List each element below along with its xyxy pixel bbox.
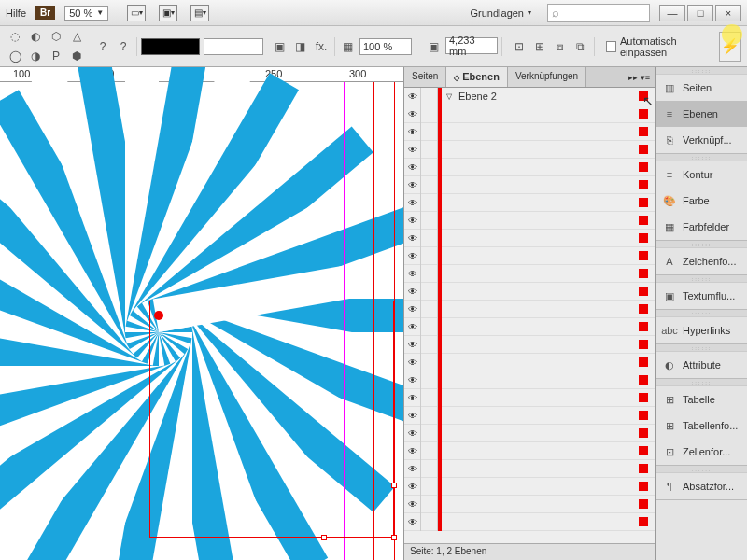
lock-cell[interactable] <box>421 247 438 265</box>
layer-row[interactable]: 👁 <box>404 478 655 496</box>
grid-icon[interactable]: ▦ <box>339 37 358 56</box>
color-swatch[interactable] <box>639 499 648 509</box>
tool-icon[interactable]: ⊡ <box>510 37 529 56</box>
layer-list[interactable]: 👁▽Ebene 2👁👁👁👁👁👁👁👁👁👁👁👁👁👁👁👁👁👁👁👁👁👁👁👁 <box>404 88 655 543</box>
tool-icon[interactable]: ◯ <box>6 47 24 65</box>
layer-row[interactable]: 👁 <box>404 371 655 389</box>
layer-row[interactable]: 👁 <box>404 176 655 194</box>
lock-cell[interactable] <box>421 389 438 407</box>
lock-cell[interactable] <box>421 513 438 531</box>
layer-row[interactable]: 👁 <box>404 141 655 159</box>
visibility-icon[interactable]: 👁 <box>404 442 421 460</box>
lock-cell[interactable] <box>421 354 438 371</box>
help-icon[interactable]: ? <box>93 37 112 56</box>
tool-icon[interactable]: ⬡ <box>47 27 65 46</box>
color-swatch[interactable] <box>639 216 648 225</box>
lock-cell[interactable] <box>421 460 438 478</box>
layer-row[interactable]: 👁 <box>404 389 655 407</box>
close-button[interactable]: × <box>715 5 741 21</box>
lock-cell[interactable] <box>421 407 438 425</box>
dock-item[interactable]: ▣Textumflu... <box>656 283 747 309</box>
color-swatch[interactable] <box>639 322 648 331</box>
visibility-icon[interactable]: 👁 <box>404 194 421 212</box>
layer-row[interactable]: 👁 <box>404 194 655 212</box>
color-swatch[interactable] <box>639 251 648 260</box>
dock-item[interactable]: abcHyperlinks <box>656 317 747 343</box>
color-swatch[interactable] <box>639 269 648 278</box>
dock-item[interactable]: ⊞Tabelle <box>656 386 747 413</box>
help-menu[interactable]: Hilfe <box>6 7 26 19</box>
fill-swatch[interactable] <box>141 38 200 55</box>
dock-item[interactable]: ≡Ebenen <box>656 101 747 127</box>
visibility-icon[interactable]: 👁 <box>404 212 421 230</box>
layer-row[interactable]: 👁 <box>404 513 655 531</box>
visibility-icon[interactable]: 👁 <box>404 123 421 141</box>
visibility-icon[interactable]: 👁 <box>404 265 421 283</box>
lock-cell[interactable] <box>421 159 438 176</box>
tool-icon[interactable]: ◌ <box>6 27 24 46</box>
lock-cell[interactable] <box>421 425 438 442</box>
visibility-icon[interactable]: 👁 <box>404 425 421 442</box>
visibility-icon[interactable]: 👁 <box>404 318 421 336</box>
view-mode-2[interactable]: ▣▾ <box>159 5 177 21</box>
visibility-icon[interactable]: 👁 <box>404 283 421 301</box>
layer-row[interactable]: 👁 <box>404 425 655 442</box>
visibility-icon[interactable]: 👁 <box>404 371 421 389</box>
visibility-icon[interactable]: 👁 <box>404 513 421 531</box>
workspace-dropdown[interactable]: Grundlagen▾ <box>464 5 539 21</box>
view-mode-3[interactable]: ▤▾ <box>190 5 209 21</box>
layer-row[interactable]: 👁 <box>404 230 655 247</box>
layer-row[interactable]: 👁 <box>404 460 655 478</box>
autofit-checkbox[interactable] <box>606 41 616 52</box>
zoom-dropdown[interactable]: 50 %▼ <box>64 6 108 21</box>
dock-item[interactable]: ¶Absatzfor... <box>656 473 747 499</box>
lock-cell[interactable] <box>421 88 438 105</box>
dock-item[interactable]: ⎘Verknüpf... <box>656 127 747 153</box>
lock-cell[interactable] <box>421 478 438 496</box>
fx-icon[interactable]: fx. <box>312 37 331 56</box>
minimize-button[interactable]: — <box>659 5 685 21</box>
visibility-icon[interactable]: 👁 <box>404 478 421 496</box>
tool-icon[interactable]: ▣ <box>271 37 289 56</box>
visibility-icon[interactable]: 👁 <box>404 176 421 194</box>
tool-icon[interactable]: △ <box>67 27 86 46</box>
layer-row[interactable]: 👁 <box>404 265 655 283</box>
layer-row[interactable]: 👁 <box>404 301 655 318</box>
color-swatch[interactable] <box>639 411 648 420</box>
tool-icon[interactable]: ⧈ <box>551 37 570 56</box>
color-swatch[interactable] <box>639 357 648 367</box>
color-swatch[interactable] <box>639 109 648 119</box>
lock-cell[interactable] <box>421 496 438 513</box>
visibility-icon[interactable]: 👁 <box>404 407 421 425</box>
lock-cell[interactable] <box>421 141 438 159</box>
visibility-icon[interactable]: 👁 <box>404 389 421 407</box>
dock-item[interactable]: ◐Attribute <box>656 352 747 378</box>
color-swatch[interactable] <box>639 464 648 473</box>
visibility-icon[interactable]: 👁 <box>404 301 421 318</box>
tool-icon[interactable]: ◑ <box>26 47 45 65</box>
layer-row[interactable]: 👁 <box>404 105 655 123</box>
color-swatch[interactable] <box>639 180 648 189</box>
lock-cell[interactable] <box>421 105 438 123</box>
lock-cell[interactable] <box>421 283 438 301</box>
color-swatch[interactable] <box>639 127 648 136</box>
layer-row[interactable]: 👁 <box>404 354 655 371</box>
tab-verknuepfungen[interactable]: Verknüpfungen <box>508 67 586 87</box>
layer-row[interactable]: 👁 <box>404 318 655 336</box>
color-swatch[interactable] <box>639 233 648 243</box>
visibility-icon[interactable]: 👁 <box>404 460 421 478</box>
color-swatch[interactable] <box>639 482 648 491</box>
lock-cell[interactable] <box>421 194 438 212</box>
color-swatch[interactable] <box>639 517 648 526</box>
lock-cell[interactable] <box>421 176 438 194</box>
visibility-icon[interactable]: 👁 <box>404 336 421 354</box>
bridge-button[interactable]: Br <box>35 6 55 20</box>
layer-row[interactable]: 👁 <box>404 123 655 141</box>
tool-icon[interactable]: ⊞ <box>530 37 549 56</box>
opacity-field[interactable]: 100 % <box>359 38 412 55</box>
lock-cell[interactable] <box>421 442 438 460</box>
layer-row[interactable]: 👁 <box>404 283 655 301</box>
crop-icon[interactable]: ▣ <box>425 37 444 56</box>
visibility-icon[interactable]: 👁 <box>404 230 421 247</box>
dock-item[interactable]: AZeichenfo... <box>656 248 747 274</box>
